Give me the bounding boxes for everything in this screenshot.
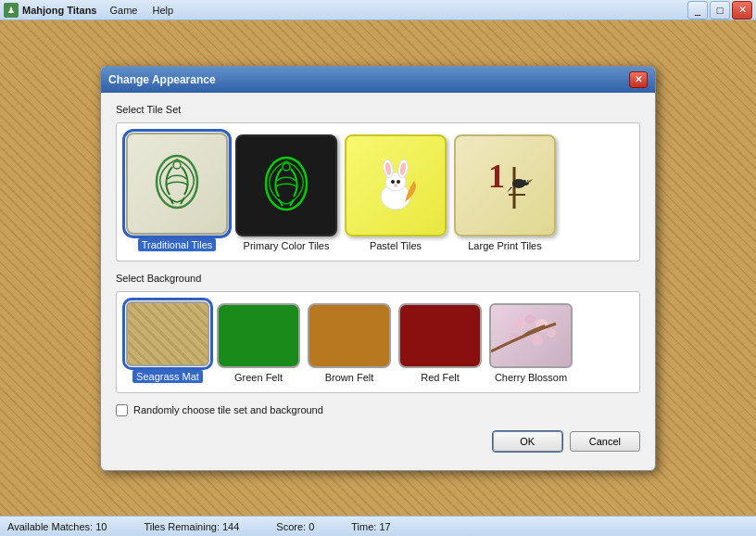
svg-point-11 [397,180,400,184]
background-section-title: Select Background [116,273,640,284]
menu-game[interactable]: Game [104,3,143,18]
bg-option-redfelt[interactable]: Red Felt [398,303,482,383]
dialog-title-bar: Change Appearance ✕ [101,67,655,93]
bg-seagrass-swatch [126,301,209,366]
largeprint-tile-svg: 1 [468,148,542,223]
background-options: Seagrass Mat Green Felt Brown Felt [126,301,630,383]
tile-pastel-label: Pastel Tiles [370,240,422,251]
status-bar: Available Matches: 10 Tiles Remaining: 1… [0,516,756,536]
svg-point-12 [394,184,397,187]
close-button[interactable]: ✕ [732,1,752,19]
dialog-close-button[interactable]: ✕ [629,71,648,88]
svg-point-20 [513,318,524,329]
bg-greenfelt-swatch [217,303,300,368]
dialog-title: Change Appearance [108,73,216,86]
cherry-blossom-svg [491,305,571,366]
dialog-content: Select Tile Set [101,93,655,470]
change-appearance-dialog: Change Appearance ✕ Select Tile Set [100,66,656,471]
bg-option-greenfelt[interactable]: Green Felt [217,303,300,383]
tile-traditional-label: Traditional Tiles [138,238,217,251]
tile-set-options: Traditional Tiles [126,133,630,251]
tile-set-section-title: Select Tile Set [116,104,640,115]
window-controls: _ □ ✕ [687,1,752,19]
dialog-buttons: OK Cancel [116,428,640,459]
tile-option-primary[interactable]: Primary Color Tiles [235,134,337,251]
svg-point-24 [532,335,543,346]
cancel-button[interactable]: Cancel [570,431,640,452]
bg-seagrass-label: Seagrass Mat [132,370,203,383]
bg-option-cherryblossom[interactable]: Cherry Blossom [489,303,573,383]
menu-bar: Game Help [104,3,179,18]
svg-point-3 [283,163,290,171]
bg-option-brownfelt[interactable]: Brown Felt [308,303,391,383]
tile-traditional-img [126,133,228,235]
svg-text:1: 1 [488,158,505,195]
svg-point-19 [527,180,529,182]
svg-point-10 [391,180,395,184]
bg-brownfelt-label: Brown Felt [325,372,374,383]
bg-option-seagrass[interactable]: Seagrass Mat [126,301,209,383]
app-icon: ♟ [4,3,19,18]
bg-brownfelt-swatch [308,303,391,368]
bg-redfelt-label: Red Felt [421,372,460,383]
tile-primary-img [235,134,337,236]
tile-primary-label: Primary Color Tiles [244,240,330,251]
tile-largeprint-label: Large Print Tiles [468,240,541,251]
random-checkbox-row: Randomly choose tile set and background [116,404,640,416]
tile-option-pastel[interactable]: Pastel Tiles [345,134,447,251]
svg-point-25 [547,328,556,338]
svg-point-21 [525,314,535,324]
bg-cherryblossom-swatch [489,303,573,368]
tile-pastel-img [345,134,447,236]
app-title: Mahjong Titans [22,5,96,16]
random-checkbox[interactable] [116,404,128,416]
pastel-tile-svg [359,148,433,223]
minimize-button[interactable]: _ [687,1,708,19]
available-matches: Available Matches: 10 [7,521,107,532]
bg-redfelt-swatch [398,303,482,368]
ok-button[interactable]: OK [493,431,562,452]
score: Score: 0 [276,521,314,532]
tiles-remaining: Tiles Remaining: 144 [144,521,239,532]
menu-help[interactable]: Help [146,3,179,18]
bg-cherryblossom-label: Cherry Blossom [495,372,567,383]
tile-option-traditional[interactable]: Traditional Tiles [126,133,228,251]
app-title-bar: ♟ Mahjong Titans Game Help _ □ ✕ [0,0,756,20]
tile-set-section: Traditional Tiles [116,122,640,262]
traditional-tile-svg [140,147,214,221]
background-section: Seagrass Mat Green Felt Brown Felt [116,291,640,393]
time: Time: 17 [351,521,390,532]
bg-greenfelt-label: Green Felt [234,372,283,383]
svg-point-1 [173,161,181,169]
random-checkbox-label: Randomly choose tile set and background [133,404,323,415]
maximize-button[interactable]: □ [710,1,730,19]
tile-large-img: 1 [454,134,556,236]
tile-option-largeprint[interactable]: 1 [454,134,556,251]
modal-overlay: Change Appearance ✕ Select Tile Set [0,20,756,516]
primary-tile-svg [249,148,323,223]
